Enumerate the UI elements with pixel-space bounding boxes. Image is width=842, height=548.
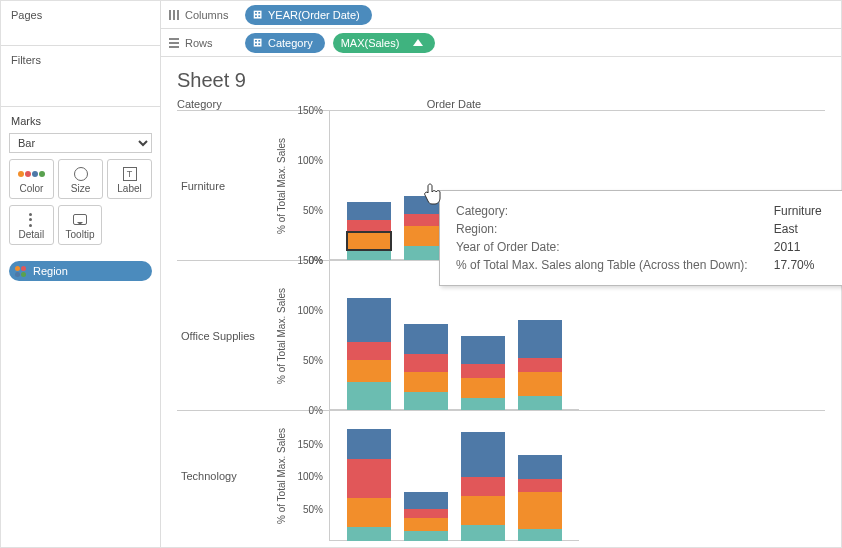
bar-segment-east[interactable] (347, 498, 391, 527)
bar-segment-central[interactable] (461, 525, 505, 541)
color-icon (15, 266, 27, 277)
bar-segment-south[interactable] (404, 509, 448, 518)
bar-segment-central[interactable] (404, 531, 448, 541)
bar-segment-west[interactable] (518, 320, 562, 358)
chart[interactable]: Furniture% of Total Max. Sales0%50%100%1… (177, 110, 825, 541)
pages-card: Pages (1, 1, 160, 46)
bar-segment-south[interactable] (347, 342, 391, 360)
bar-segment-east[interactable] (347, 360, 391, 382)
detail-icon (29, 211, 33, 229)
bar-segment-central[interactable] (347, 382, 391, 410)
bar-segment-east[interactable] (461, 496, 505, 526)
bar-segment-west[interactable] (461, 336, 505, 364)
bar-segment-central[interactable] (347, 250, 391, 260)
bar-stack[interactable] (461, 432, 505, 541)
pill-max-sales-[interactable]: MAX(Sales) (333, 33, 436, 53)
bar-segment-west[interactable] (404, 324, 448, 354)
bar-segment-west[interactable] (347, 429, 391, 459)
facet-label: Furniture (177, 111, 273, 260)
pages-title: Pages (1, 1, 160, 45)
bar-segment-south[interactable] (347, 459, 391, 498)
y-axis-title: % of Total Max. Sales (273, 411, 289, 541)
bar-segment-east[interactable] (461, 378, 505, 398)
main-area: Columns ⊞YEAR(Order Date) Rows ⊞Category… (161, 1, 841, 547)
label-button[interactable]: T Label (107, 159, 152, 199)
tooltip-button[interactable]: Tooltip (58, 205, 103, 245)
bar-stack[interactable] (347, 202, 391, 260)
y-axis-title: % of Total Max. Sales (273, 261, 289, 410)
columns-label: Columns (169, 9, 233, 21)
bar-segment-east[interactable] (404, 518, 448, 531)
detail-button[interactable]: Detail (9, 205, 54, 245)
bar-stack[interactable] (347, 298, 391, 410)
bar-segment-east[interactable] (518, 372, 562, 396)
filters-title: Filters (1, 46, 160, 106)
bar-segment-west[interactable] (347, 298, 391, 342)
rows-icon (169, 38, 179, 48)
bar-segment-south[interactable] (461, 477, 505, 495)
bar-stack[interactable] (518, 455, 562, 541)
rows-shelf[interactable]: Rows ⊞CategoryMAX(Sales) (161, 29, 841, 57)
y-axis-title: % of Total Max. Sales (273, 111, 289, 260)
bar-segment-south[interactable] (518, 358, 562, 372)
bar-stack[interactable] (461, 336, 505, 410)
color-button[interactable]: Color (9, 159, 54, 199)
bar-segment-central[interactable] (404, 392, 448, 410)
bar-segment-central[interactable] (518, 396, 562, 410)
bar-segment-central[interactable] (518, 529, 562, 541)
bar-segment-west[interactable] (347, 202, 391, 220)
y-axis: 0%50%100%150% (289, 261, 329, 410)
y-axis: 50%100%150% (289, 411, 329, 541)
marks-pill-region[interactable]: Region (9, 261, 152, 281)
date-header: Order Date (329, 98, 579, 110)
y-axis: 0%50%100%150% (289, 111, 329, 260)
pointer-cursor-icon (423, 182, 443, 206)
plot-area[interactable] (329, 411, 579, 541)
tooltip-icon (73, 211, 87, 229)
pill-category[interactable]: ⊞Category (245, 33, 325, 53)
facet-label: Office Supplies (177, 261, 273, 410)
color-icon (18, 165, 46, 183)
left-panels: Pages Filters Marks Bar Color Size (1, 1, 161, 547)
category-header: Category (177, 98, 273, 110)
bar-stack[interactable] (404, 492, 448, 541)
bar-stack[interactable] (404, 324, 448, 410)
bar-segment-south[interactable] (404, 354, 448, 372)
columns-icon (169, 10, 179, 20)
bar-stack[interactable] (347, 429, 391, 541)
pill-year-order-date-[interactable]: ⊞YEAR(Order Date) (245, 5, 372, 25)
tooltip-popup: Category:FurnitureRegion:EastYear of Ord… (439, 190, 842, 286)
bar-segment-east[interactable] (518, 492, 562, 530)
bar-stack[interactable] (518, 320, 562, 410)
rows-label: Rows (169, 37, 233, 49)
label-icon: T (123, 165, 137, 183)
bar-segment-south[interactable] (347, 220, 391, 232)
bar-segment-west[interactable] (461, 432, 505, 478)
filters-card: Filters (1, 46, 160, 107)
facet-technology: Technology% of Total Max. Sales50%100%15… (177, 411, 825, 541)
bar-segment-east[interactable] (347, 232, 391, 250)
bar-segment-central[interactable] (347, 527, 391, 541)
bar-segment-east[interactable] (404, 372, 448, 392)
bar-segment-south[interactable] (518, 479, 562, 492)
columns-shelf[interactable]: Columns ⊞YEAR(Order Date) (161, 1, 841, 29)
bar-segment-south[interactable] (461, 364, 505, 378)
size-button[interactable]: Size (58, 159, 103, 199)
bar-segment-central[interactable] (461, 398, 505, 410)
facet-label: Technology (177, 411, 273, 541)
mark-type-select[interactable]: Bar (9, 133, 152, 153)
marks-card: Marks Bar Color Size T Labe (1, 107, 160, 547)
size-icon (74, 165, 88, 183)
bar-segment-west[interactable] (518, 455, 562, 478)
bar-segment-west[interactable] (404, 492, 448, 509)
sheet-title: Sheet 9 (177, 69, 825, 92)
marks-title: Marks (1, 107, 160, 133)
